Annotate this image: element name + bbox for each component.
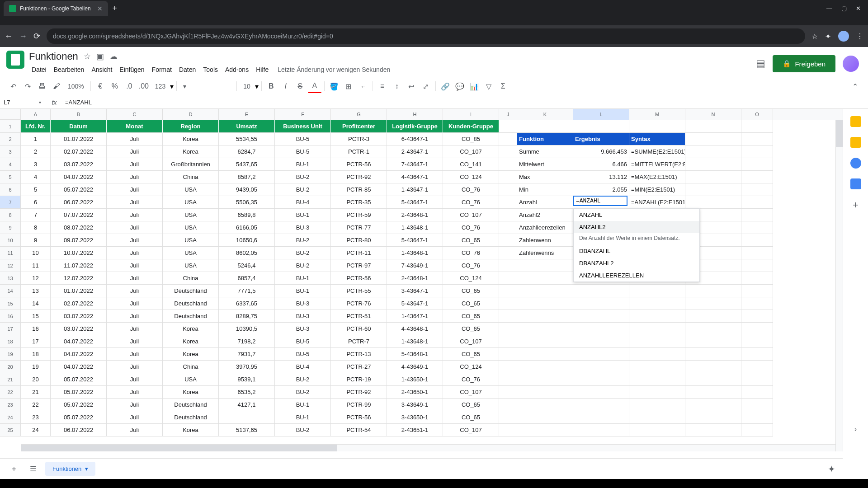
cell[interactable]: 7-43647-1 [387,158,443,171]
cell[interactable] [685,323,741,335]
cell[interactable] [499,171,517,183]
cell[interactable]: BU-2 [275,171,331,183]
cell[interactable]: 9539,1 [219,373,275,386]
cell[interactable]: BU-2 [275,373,331,386]
zoom-select[interactable]: 100% [64,80,88,93]
cell[interactable]: Juli [107,348,163,361]
undo-icon[interactable]: ↶ [6,80,20,93]
cell[interactable]: 6166,05 [219,221,275,234]
cell[interactable]: Juli [107,259,163,272]
functions-icon[interactable]: Σ [496,80,510,93]
col-header-E[interactable]: E [219,109,275,120]
cell[interactable]: 03.07.2022 [51,323,107,335]
cell[interactable] [517,285,573,297]
cell[interactable] [499,158,517,171]
cell[interactable] [573,120,629,133]
link-icon[interactable]: 🔗 [439,80,452,93]
cell[interactable] [499,272,517,285]
row-header[interactable]: 6 [0,183,21,196]
cell[interactable]: BU-4 [275,361,331,373]
cell[interactable] [741,361,773,373]
cell[interactable]: 20 [21,373,51,386]
cell[interactable] [573,335,629,348]
cell[interactable] [741,386,773,399]
row-header[interactable]: 9 [0,221,21,234]
cell[interactable]: CO_76 [443,196,499,209]
valign-icon[interactable]: ↕ [390,80,404,93]
italic-icon[interactable]: I [279,80,292,93]
cell[interactable]: 22 [21,399,51,411]
cell[interactable]: 5 [21,183,51,196]
url-input[interactable]: docs.google.com/spreadsheets/d/1NQxJGAhv… [47,28,805,44]
cell[interactable]: Korea [163,348,219,361]
print-icon[interactable]: 🖶 [35,80,49,93]
cell[interactable]: 1-43648-1 [387,247,443,259]
cell[interactable]: PCTR-60 [331,323,387,335]
cell[interactable]: 12 [21,272,51,285]
cell[interactable] [741,373,773,386]
cell[interactable]: BU-4 [275,196,331,209]
cell[interactable] [629,411,685,424]
cell[interactable]: Datum [51,120,107,133]
cell[interactable]: Anzahlleerezellen [517,221,573,234]
cell[interactable] [685,158,741,171]
cell[interactable]: 6535,2 [219,386,275,399]
cell[interactable] [499,335,517,348]
cell[interactable]: PCTR-76 [331,297,387,310]
cell[interactable]: =ANZAHL(E2:E1501) [629,196,685,209]
cell[interactable]: Korea [163,424,219,436]
paint-format-icon[interactable]: 🖌 [50,80,63,93]
cell[interactable]: 3970,95 [219,361,275,373]
cell[interactable]: CO_107 [443,386,499,399]
cell[interactable] [499,221,517,234]
add-panel-icon[interactable]: + [853,199,859,211]
menu-add-ons[interactable]: Add-ons [222,64,251,75]
cell[interactable]: BU-5 [275,145,331,158]
cell[interactable]: 08.07.2022 [51,221,107,234]
cell[interactable] [517,373,573,386]
cell[interactable] [741,285,773,297]
cell[interactable]: CO_76 [443,183,499,196]
cell[interactable] [499,297,517,310]
cell[interactable] [685,411,741,424]
cell[interactable]: 02.07.2022 [51,145,107,158]
cell[interactable]: 23 [21,411,51,424]
autocomplete-item[interactable]: ANZAHL2 [574,221,699,233]
row-header[interactable]: 16 [0,310,21,323]
cell[interactable] [741,297,773,310]
cell[interactable] [685,424,741,436]
cell[interactable]: PCTR-97 [331,259,387,272]
menu-format[interactable]: Format [149,64,175,75]
cell[interactable] [629,361,685,373]
cell[interactable]: Juli [107,323,163,335]
cell[interactable]: Juli [107,158,163,171]
cell[interactable]: BU-1 [275,399,331,411]
cell[interactable]: PCTR-77 [331,221,387,234]
extensions-icon[interactable]: ✦ [825,32,831,41]
cell[interactable]: 04.07.2022 [51,171,107,183]
cell[interactable]: 5-43648-1 [387,348,443,361]
cell[interactable] [685,297,741,310]
cell[interactable]: 14 [21,297,51,310]
row-header[interactable]: 24 [0,411,21,424]
cell[interactable]: PCTR-85 [331,183,387,196]
cell[interactable]: 5-43647-1 [387,297,443,310]
cell[interactable] [685,310,741,323]
cell[interactable] [517,272,573,285]
cell[interactable] [741,145,773,158]
cell[interactable]: 2.055 [573,183,629,196]
cell[interactable] [685,171,741,183]
row-header[interactable]: 4 [0,158,21,171]
cell[interactable]: PCTR-51 [331,310,387,323]
cell[interactable] [741,133,773,145]
cell[interactable]: 1-43648-1 [387,335,443,348]
cell[interactable]: BU-5 [275,335,331,348]
cell[interactable]: Juli [107,411,163,424]
cell[interactable]: PCTR-19 [331,373,387,386]
cell[interactable]: BU-1 [275,411,331,424]
row-header[interactable]: 15 [0,297,21,310]
row-header[interactable]: 11 [0,247,21,259]
cell[interactable]: CO_65 [443,411,499,424]
cell[interactable]: 09.07.2022 [51,234,107,247]
strike-icon[interactable]: S [293,80,307,93]
